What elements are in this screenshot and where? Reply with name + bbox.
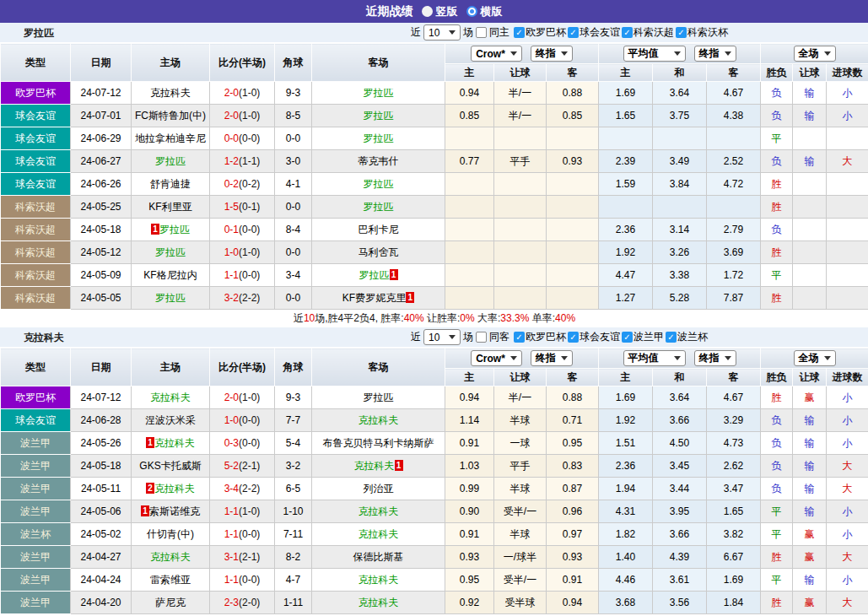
avg-home-odds: 4.47: [599, 264, 653, 287]
result-verdict: 平: [761, 569, 793, 592]
league-checkbox[interactable]: ✓: [622, 332, 633, 343]
match-row: 球会友谊24-06-28涅波沃米采1-0(0-0)7-7克拉科夫1.14半球0.…: [1, 409, 868, 432]
corner-score: 5-4: [275, 432, 312, 455]
avg-home-odds: 1.69: [599, 386, 653, 409]
league-badge: 科索沃超: [1, 241, 71, 264]
league-filter-item: ✓波兰甲: [622, 330, 664, 344]
home-team: FC斯特鲁加(中): [132, 105, 210, 127]
scope-select[interactable]: 全场: [794, 46, 836, 62]
same-venue-checkbox[interactable]: [476, 332, 487, 343]
corner-score: 8-2: [275, 546, 312, 569]
red-card-badge: 1: [395, 460, 403, 471]
handicap-verdict: 赢: [793, 546, 827, 569]
layout-radio-vertical[interactable]: 竖版: [422, 4, 458, 19]
result-verdict: 负: [761, 455, 793, 478]
league-badge: 球会友谊: [1, 150, 71, 173]
avg-stage-select[interactable]: 终指: [694, 46, 736, 62]
layout-radio-horizontal[interactable]: 横版: [466, 4, 503, 19]
league-checkbox[interactable]: ✓: [514, 27, 525, 38]
avg-away-odds: [707, 127, 761, 150]
league-filter-label: 科索沃杯: [687, 25, 728, 40]
team-filter-row: 罗拉匹 近 10 场 同主 ✓欧罗巴杯✓球会友谊✓科索沃超✓科索沃杯: [0, 23, 868, 43]
odds-source-select[interactable]: Crow*: [471, 350, 522, 366]
league-checkbox[interactable]: ✓: [568, 332, 579, 343]
halftime-score: (1-0): [239, 505, 260, 517]
handicap-verdict: 输: [793, 105, 827, 127]
team-name: 罗拉匹: [24, 26, 54, 41]
corner-score: 0-0: [275, 287, 312, 310]
home-team-name: 索斯诺维克: [149, 505, 200, 517]
chevron-down-icon: [510, 356, 517, 360]
avg-source-select[interactable]: 平均值: [623, 46, 686, 62]
home-team: 雷索维亚: [132, 569, 210, 592]
away-team: 罗拉匹: [312, 127, 445, 150]
avg-away-odds: [707, 196, 761, 219]
page-title: 近期战绩: [366, 4, 413, 19]
goals-verdict: 小: [827, 105, 868, 127]
corner-score: 1-11: [275, 592, 312, 614]
avg-home-odds: [599, 127, 653, 150]
title-bar: 近期战绩 竖版 横版: [0, 0, 868, 23]
summary-segment: 0%: [460, 312, 474, 324]
goals-verdict: [827, 287, 868, 310]
summary-segment: 近: [294, 312, 304, 324]
recent-count-select[interactable]: 10: [423, 329, 461, 345]
league-badge: 科索沃超: [1, 287, 71, 310]
away-team: 克拉科夫: [312, 592, 445, 614]
match-row: 欧罗巴杯24-07-12克拉科夫2-0(1-0)9-3罗拉匹0.94半/一0.8…: [1, 386, 868, 409]
sub-header-odds-away: 客: [547, 369, 599, 386]
avg-away-odds: 3.82: [707, 523, 761, 546]
home-team: 什切青(中): [132, 523, 210, 546]
avg-away-odds: 3.69: [707, 241, 761, 264]
halftime-score: (1-0): [239, 392, 260, 403]
avg-home-odds: 2.39: [599, 150, 653, 173]
recent-count-value: 10: [429, 332, 439, 343]
sub-header-handicap-result: 让球: [793, 64, 827, 82]
league-checkbox[interactable]: ✓: [666, 332, 677, 343]
away-team-name: 罗拉匹: [364, 110, 394, 122]
match-date: 24-04-20: [71, 592, 132, 614]
league-checkbox[interactable]: ✓: [676, 27, 687, 38]
avg-away-odds: 4.72: [707, 173, 761, 196]
away-team: 克拉科夫: [312, 569, 445, 592]
avg-source-select[interactable]: 平均值: [623, 350, 686, 366]
away-team: 罗拉匹: [312, 386, 445, 409]
handicap-verdict: [793, 173, 827, 196]
recent-count-select[interactable]: 10: [423, 24, 461, 41]
fulltime-score: 2-3: [224, 597, 239, 608]
chevron-down-icon: [824, 356, 831, 360]
home-team-name: 萨尼克: [155, 597, 186, 608]
league-checkbox[interactable]: ✓: [622, 27, 633, 38]
league-filter-item: ✓球会友谊: [568, 25, 620, 40]
same-venue-checkbox[interactable]: [476, 27, 487, 38]
odds-source-select[interactable]: Crow*: [471, 46, 522, 62]
match-date: 24-06-27: [71, 150, 132, 173]
match-date: 24-05-18: [71, 455, 132, 478]
away-team-name: 克拉科夫: [359, 414, 399, 426]
league-checkbox[interactable]: ✓: [514, 332, 525, 343]
away-team-name: 巴利卡尼: [359, 224, 399, 235]
radio-icon[interactable]: [422, 6, 433, 17]
match-date: 24-06-29: [71, 127, 132, 150]
odds-stage-select[interactable]: 终指: [531, 46, 573, 62]
odds-stage-select[interactable]: 终指: [531, 350, 573, 366]
radio-icon[interactable]: [466, 6, 477, 17]
corner-score: 4-7: [275, 569, 312, 592]
result-verdict: 胜: [761, 196, 793, 219]
score-cell: 2-3(2-0): [210, 592, 275, 614]
handicap-verdict: [793, 264, 827, 287]
home-team: 1克拉科夫: [132, 432, 210, 455]
avg-draw-odds: 3.66: [653, 523, 707, 546]
avg-home-odds: 1.92: [599, 241, 653, 264]
league-checkbox[interactable]: ✓: [568, 27, 579, 38]
scope-select[interactable]: 全场: [794, 350, 836, 366]
handicap-verdict: 输: [793, 150, 827, 173]
corner-score: 4-1: [275, 173, 312, 196]
result-verdict: 负: [761, 150, 793, 173]
red-card-badge: 2: [146, 483, 154, 494]
match-date: 24-07-12: [71, 386, 132, 409]
near-label: 近: [411, 25, 421, 40]
home-team-name: FC斯特鲁加(中): [135, 110, 206, 122]
avg-stage-select[interactable]: 终指: [694, 350, 736, 366]
result-verdict: 负: [761, 105, 793, 127]
